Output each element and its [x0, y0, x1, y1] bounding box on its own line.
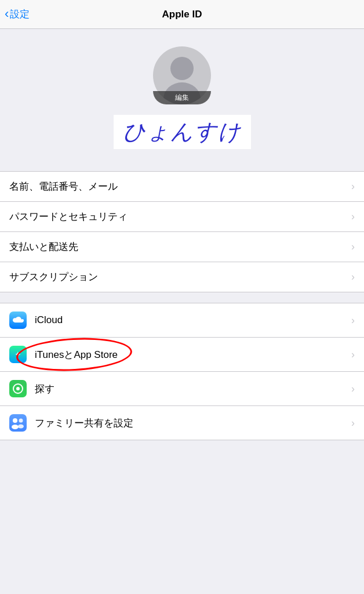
account-settings-group: 名前、電話番号、メール › パスワードとセキュリティ › 支払いと配送先 › サ…: [0, 171, 364, 292]
findmy-label: 探す: [35, 382, 54, 396]
row-left: ✦ iTunesとApp Store: [9, 346, 351, 363]
payment-shipping-row[interactable]: 支払いと配送先 ›: [0, 232, 364, 262]
row-left: iCloud: [9, 312, 351, 329]
row-left: 探す: [9, 380, 351, 397]
name-phone-email-label: 名前、電話番号、メール: [9, 180, 118, 193]
password-security-row[interactable]: パスワードとセキュリティ ›: [0, 202, 364, 232]
chevron-icon: ›: [351, 349, 355, 361]
icloud-row[interactable]: iCloud ›: [0, 303, 364, 338]
password-security-label: パスワードとセキュリティ: [9, 210, 128, 223]
row-left: パスワードとセキュリティ: [9, 210, 351, 223]
username-display: ひょんすけ: [114, 115, 251, 149]
services-settings-group: iCloud › ✦ iTunesとApp Store › 探す: [0, 303, 364, 440]
svg-point-5: [13, 418, 17, 423]
svg-point-6: [12, 425, 19, 429]
back-label: 設定: [10, 8, 30, 21]
row-left: 支払いと配送先: [9, 240, 351, 253]
nav-bar: ‹ 設定 Apple ID: [0, 0, 364, 29]
chevron-icon: ›: [351, 314, 355, 327]
family-icon: [9, 414, 27, 432]
family-sharing-row[interactable]: ファミリー共有を設定 ›: [0, 406, 364, 440]
subscriptions-label: サブスクリプション: [9, 270, 98, 284]
appstore-icon: ✦: [9, 346, 27, 363]
payment-shipping-label: 支払いと配送先: [9, 240, 78, 253]
subscriptions-row[interactable]: サブスクリプション ›: [0, 262, 364, 292]
svg-point-4: [16, 387, 20, 390]
page-title: Apple ID: [162, 9, 202, 20]
row-left: サブスクリプション: [9, 270, 351, 284]
chevron-icon: ›: [351, 241, 355, 253]
chevron-icon: ›: [351, 211, 355, 223]
svg-point-0: [170, 57, 194, 80]
itunes-appstore-label: iTunesとApp Store: [35, 348, 118, 361]
icloud-label: iCloud: [35, 314, 63, 326]
row-left: ファミリー共有を設定: [9, 414, 351, 432]
svg-text:✦: ✦: [14, 350, 21, 359]
svg-point-7: [19, 419, 23, 423]
avatar-edit-badge[interactable]: 編集: [153, 91, 211, 104]
icloud-icon: [9, 312, 27, 329]
profile-section: 編集 ひょんすけ: [0, 29, 364, 161]
chevron-icon: ›: [351, 383, 355, 395]
chevron-icon: ›: [351, 271, 355, 283]
back-chevron-icon: ‹: [5, 8, 9, 20]
findmy-row[interactable]: 探す ›: [0, 372, 364, 406]
svg-point-8: [18, 425, 24, 429]
back-button[interactable]: ‹ 設定: [5, 8, 30, 21]
chevron-icon: ›: [351, 417, 355, 429]
chevron-icon: ›: [351, 180, 355, 193]
family-sharing-label: ファミリー共有を設定: [35, 416, 133, 430]
findmy-icon: [9, 380, 27, 397]
avatar-container[interactable]: 編集: [153, 46, 211, 104]
itunes-appstore-row[interactable]: ✦ iTunesとApp Store ›: [0, 338, 364, 372]
row-left: 名前、電話番号、メール: [9, 180, 351, 193]
name-phone-email-row[interactable]: 名前、電話番号、メール ›: [0, 172, 364, 202]
